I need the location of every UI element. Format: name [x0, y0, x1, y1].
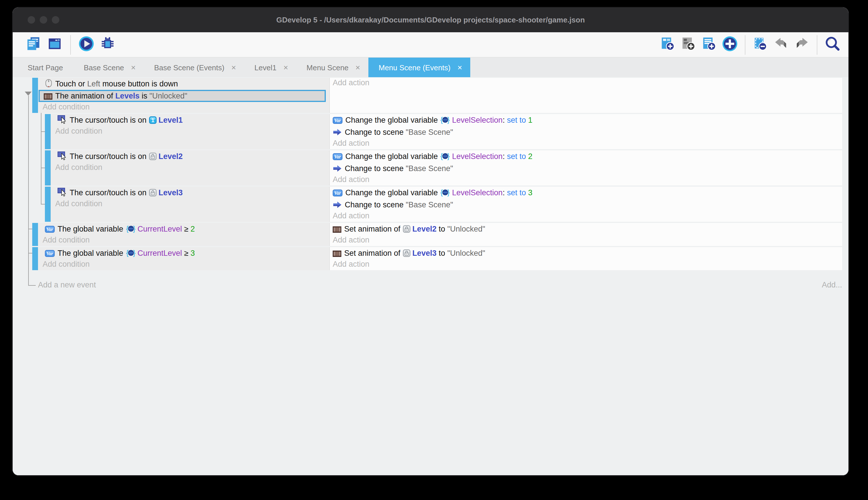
- add-comment-button[interactable]: [701, 37, 717, 53]
- condition-row[interactable]: Touch or Left mouse button is down: [38, 78, 329, 90]
- text-run: 3: [528, 189, 532, 197]
- cursor-icon: [58, 188, 67, 199]
- event-highlight-bar[interactable]: [32, 78, 38, 113]
- action-row[interactable]: VarChange the global variable {}LevelSel…: [330, 186, 842, 199]
- tab-start-page[interactable]: Start Page: [17, 58, 73, 77]
- close-tab-icon[interactable]: ×: [231, 64, 236, 71]
- add-condition-button[interactable]: Add condition: [38, 259, 329, 270]
- close-tab-icon[interactable]: ×: [458, 64, 462, 71]
- preview-play-button[interactable]: [78, 37, 94, 53]
- conditions-column: The cursor/touch is on 1Level1Add condit…: [51, 114, 330, 149]
- add-condition-button[interactable]: Add condition: [38, 102, 329, 113]
- conditions-column: Touch or Left mouse button is downThe an…: [38, 78, 330, 113]
- close-button[interactable]: [28, 16, 35, 24]
- condition-row[interactable]: The cursor/touch is on 1Level1: [51, 114, 329, 126]
- minimize-button[interactable]: [40, 16, 47, 24]
- action-row[interactable]: Change to scene "Base Scene": [330, 162, 842, 174]
- add-comment-icon: [702, 36, 717, 53]
- text-run: LevelSelection: [452, 152, 503, 161]
- cursor-icon: [58, 115, 67, 126]
- text-run: Change the global variable: [345, 189, 440, 197]
- text-run: :: [503, 189, 507, 197]
- add-action-button[interactable]: Add action: [330, 235, 842, 246]
- text-run: to: [437, 249, 447, 258]
- event-highlight-bar[interactable]: [32, 223, 38, 246]
- add-event-icon: [660, 36, 675, 53]
- toolbar-right-group: [660, 35, 848, 55]
- action-row[interactable]: Set animation of Level2 to "Unlocked": [330, 223, 842, 235]
- text-run: CurrentLevel: [138, 225, 182, 233]
- undo-button[interactable]: [773, 37, 789, 53]
- text-run: The cursor/touch is on: [70, 189, 149, 197]
- close-tab-icon[interactable]: ×: [355, 64, 360, 71]
- event-highlight-bar[interactable]: [45, 150, 51, 185]
- condition-row[interactable]: The cursor/touch is on Level3: [51, 186, 329, 199]
- scene-window-button[interactable]: [47, 37, 63, 53]
- event-highlight-bar[interactable]: [32, 247, 38, 270]
- add-condition-button[interactable]: Add condition: [38, 235, 329, 246]
- actions-column: Add action: [330, 78, 842, 113]
- text-run: Change the global variable: [345, 116, 440, 124]
- add-action-button[interactable]: Add action: [330, 211, 842, 222]
- add-action-button[interactable]: Add action: [330, 174, 842, 185]
- close-tab-icon[interactable]: ×: [283, 64, 288, 71]
- close-tab-icon[interactable]: ×: [131, 64, 136, 71]
- text-run: "Base Scene": [406, 201, 453, 209]
- variable-icon: Var: [45, 224, 55, 235]
- search-button[interactable]: [824, 37, 840, 53]
- add-subevent-button[interactable]: [680, 37, 696, 53]
- add-event-button[interactable]: [660, 37, 676, 53]
- tab-label: Base Scene: [84, 63, 124, 72]
- text-run: "Unlocked": [447, 225, 485, 233]
- tab-base-scene-events[interactable]: Base Scene (Events)×: [144, 58, 244, 77]
- variable-icon: Var: [333, 151, 342, 162]
- event-highlight-bar[interactable]: [45, 186, 51, 222]
- actions-column: VarChange the global variable {}LevelSel…: [330, 114, 842, 149]
- text-run: 1: [528, 116, 532, 124]
- svg-text:Var: Var: [334, 191, 341, 195]
- text-run: Level3: [159, 189, 183, 197]
- preview-play-icon: [78, 35, 94, 54]
- global-var-icon: {}: [441, 188, 450, 199]
- conditions-column: VarThe global variable {}CurrentLevel ≥ …: [38, 223, 330, 246]
- text-run: Levels: [115, 92, 140, 100]
- zoom-button[interactable]: [52, 16, 59, 24]
- action-row[interactable]: VarChange the global variable {}LevelSel…: [330, 150, 842, 162]
- toolbar-divider: [745, 35, 746, 55]
- tab-base-scene[interactable]: Base Scene×: [73, 58, 144, 77]
- action-row[interactable]: Change to scene "Base Scene": [330, 199, 842, 211]
- text-run: set to: [507, 189, 528, 197]
- conditions-column: The cursor/touch is on Level3Add conditi…: [51, 186, 330, 222]
- tab-menu-scene[interactable]: Menu Scene×: [296, 58, 368, 77]
- delete-selection-button[interactable]: [752, 37, 769, 53]
- add-condition-button[interactable]: Add condition: [51, 162, 329, 173]
- condition-row[interactable]: VarThe global variable {}CurrentLevel ≥ …: [38, 223, 329, 235]
- add-circle-button[interactable]: [722, 37, 738, 53]
- events-sheet: Touch or Left mouse button is downThe an…: [13, 77, 848, 475]
- add-subevent-icon: [681, 36, 696, 53]
- condition-row[interactable]: The animation of Levels is "Unlocked": [38, 90, 326, 102]
- add-new-event-button[interactable]: Add a new event: [38, 281, 96, 289]
- global-var-icon: {}: [126, 248, 136, 259]
- action-row[interactable]: Change to scene "Base Scene": [330, 126, 842, 138]
- add-more-button[interactable]: Add...: [822, 281, 842, 289]
- action-row[interactable]: Set animation of Level3 to "Unlocked": [330, 247, 842, 259]
- tab-menu-scene-events[interactable]: Menu Scene (Events)×: [368, 58, 470, 77]
- redo-button[interactable]: [794, 37, 810, 53]
- add-action-button[interactable]: Add action: [330, 78, 842, 89]
- add-condition-button[interactable]: Add condition: [51, 126, 329, 137]
- svg-text:Var: Var: [334, 118, 341, 123]
- tab-level1[interactable]: Level1×: [244, 58, 296, 77]
- condition-row[interactable]: The cursor/touch is on Level2: [51, 150, 329, 162]
- action-row[interactable]: VarChange the global variable {}LevelSel…: [330, 114, 842, 126]
- add-action-button[interactable]: Add action: [330, 259, 842, 270]
- scene-arrow-icon: [333, 127, 342, 138]
- events-footer: Add a new event Add...: [38, 281, 842, 289]
- condition-row[interactable]: VarThe global variable {}CurrentLevel ≥ …: [38, 247, 329, 259]
- undo-icon: [774, 36, 788, 53]
- project-manager-button[interactable]: [25, 37, 42, 53]
- add-action-button[interactable]: Add action: [330, 138, 842, 149]
- event-highlight-bar[interactable]: [45, 114, 51, 149]
- debug-button[interactable]: [99, 37, 116, 53]
- add-condition-button[interactable]: Add condition: [51, 199, 329, 210]
